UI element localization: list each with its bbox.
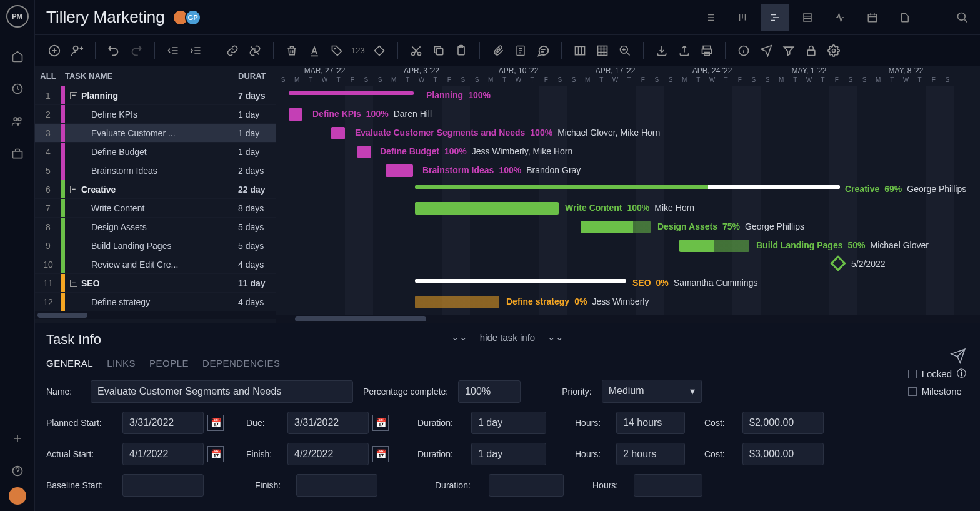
task-row[interactable]: 1 −Planning 7 days (35, 86, 276, 105)
task-row[interactable]: 11 −SEO 11 day (35, 274, 276, 293)
tab-dependencies[interactable]: DEPENDENCIES (202, 358, 280, 368)
view-sheet-icon[interactable] (794, 4, 821, 31)
gantt-bar[interactable] (289, 91, 414, 95)
project-avatars[interactable]: GP (176, 9, 201, 26)
calendar-icon[interactable]: 📅 (208, 446, 224, 462)
filter-icon[interactable] (781, 43, 797, 59)
send-icon[interactable] (758, 43, 774, 59)
paste-icon[interactable] (453, 43, 469, 59)
view-activity-icon[interactable] (826, 4, 854, 31)
indent-icon[interactable] (188, 43, 204, 59)
view-gantt-icon[interactable] (761, 4, 789, 31)
comment-icon[interactable] (535, 43, 551, 59)
briefcase-icon[interactable] (5, 141, 30, 166)
trash-icon[interactable] (284, 43, 300, 59)
tag-icon[interactable] (329, 43, 345, 59)
name-input[interactable] (91, 380, 353, 403)
gantt-bar[interactable] (415, 202, 559, 215)
send-plane-icon[interactable] (950, 348, 966, 364)
add-icon[interactable] (5, 426, 30, 451)
baseline-start-input[interactable] (122, 474, 204, 497)
task-row[interactable]: 3 Evaluate Customer ... 1 day (35, 124, 276, 143)
finish-input[interactable] (288, 443, 369, 465)
gantt-bar[interactable] (358, 146, 371, 158)
export-icon[interactable] (676, 43, 692, 59)
hide-task-info[interactable]: ⌄⌄ hide task info ⌄⌄ (451, 331, 564, 343)
view-list-icon[interactable] (696, 4, 724, 31)
clock-icon[interactable] (5, 76, 30, 101)
calendar-icon[interactable]: 📅 (372, 446, 389, 462)
due-input[interactable] (288, 412, 369, 434)
task-row[interactable]: 9 Build Landing Pages 5 days (35, 236, 276, 255)
planned-start-input[interactable] (122, 412, 204, 434)
info-icon[interactable] (736, 43, 752, 59)
gantt-bar[interactable] (581, 221, 651, 233)
view-file-icon[interactable] (891, 4, 919, 31)
cost2-input[interactable] (742, 443, 824, 465)
gantt-bar[interactable] (386, 164, 413, 177)
search-icon[interactable] (956, 11, 969, 24)
unlink-icon[interactable] (247, 43, 263, 59)
task-row[interactable]: 6 −Creative 22 day (35, 180, 276, 199)
calendar-icon[interactable]: 📅 (208, 415, 224, 431)
hours-input[interactable] (616, 412, 685, 434)
tab-links[interactable]: LINKS (107, 358, 136, 368)
team-icon[interactable] (5, 109, 30, 134)
link-icon[interactable] (224, 43, 241, 59)
gantt-bar[interactable] (679, 240, 749, 252)
duration3-input[interactable] (489, 474, 564, 497)
attach-icon[interactable] (490, 43, 506, 59)
help-icon[interactable] (5, 458, 30, 483)
task-row[interactable]: 4 Define Budget 1 day (35, 143, 276, 161)
undo-icon[interactable] (106, 43, 122, 59)
tab-people[interactable]: PEOPLE (149, 358, 189, 368)
task-row[interactable]: 10 Review and Edit Cre... 4 days (35, 255, 276, 274)
pct-input[interactable] (458, 380, 521, 403)
task-row[interactable]: 7 Write Content 8 days (35, 199, 276, 218)
copy-icon[interactable] (431, 43, 447, 59)
view-board-icon[interactable] (729, 4, 756, 31)
gantt-bar[interactable] (415, 279, 626, 283)
milestone-checkbox[interactable]: Milestone (908, 386, 966, 397)
zoom-icon[interactable] (617, 43, 633, 59)
actual-start-input[interactable] (122, 443, 204, 465)
duration-input[interactable] (471, 412, 546, 434)
grid-icon[interactable] (594, 43, 611, 59)
task-row[interactable]: 12 Define strategy 4 days (35, 293, 276, 311)
add-user-icon[interactable] (69, 43, 85, 59)
view-calendar-icon[interactable] (859, 4, 886, 31)
gantt-bar[interactable] (289, 108, 302, 121)
gantt-scrollbar[interactable] (276, 315, 980, 323)
add-circle-icon[interactable] (46, 43, 62, 59)
cost-input[interactable] (742, 412, 824, 434)
app-logo[interactable]: PM (6, 5, 29, 28)
calendar-icon[interactable]: 📅 (372, 415, 389, 431)
task-row[interactable]: 2 Define KPIs 1 day (35, 105, 276, 124)
redo-icon[interactable] (128, 43, 144, 59)
locked-checkbox[interactable]: Locked ⓘ (908, 368, 966, 380)
diamond-icon[interactable] (371, 43, 388, 59)
settings-icon[interactable] (826, 43, 842, 59)
font-icon[interactable] (306, 43, 322, 59)
home-icon[interactable] (5, 44, 30, 69)
task-row[interactable]: 8 Design Assets 5 days (35, 218, 276, 236)
tab-general[interactable]: GENERAL (46, 358, 93, 368)
print-icon[interactable] (699, 43, 715, 59)
outdent-icon[interactable] (165, 43, 181, 59)
milestone[interactable] (830, 255, 846, 271)
import-icon[interactable] (654, 43, 670, 59)
task-row[interactable]: 5 Brainstorm Ideas 2 days (35, 161, 276, 180)
lock-icon[interactable] (803, 43, 819, 59)
hours3-input[interactable] (634, 474, 702, 497)
gantt-bar[interactable] (331, 127, 345, 139)
gantt-bar[interactable] (415, 296, 499, 308)
priority-select[interactable]: Medium▾ (602, 380, 702, 403)
table-scrollbar[interactable] (35, 311, 276, 319)
note-icon[interactable] (512, 43, 529, 59)
duration2-input[interactable] (471, 443, 546, 465)
finish2-input[interactable] (296, 474, 378, 497)
cut-icon[interactable] (408, 43, 424, 59)
gantt-bar[interactable] (415, 185, 840, 189)
gantt-body[interactable]: Planning 100% Define KPIs 100% Daren Hil… (276, 86, 980, 315)
columns-icon[interactable] (572, 43, 588, 59)
